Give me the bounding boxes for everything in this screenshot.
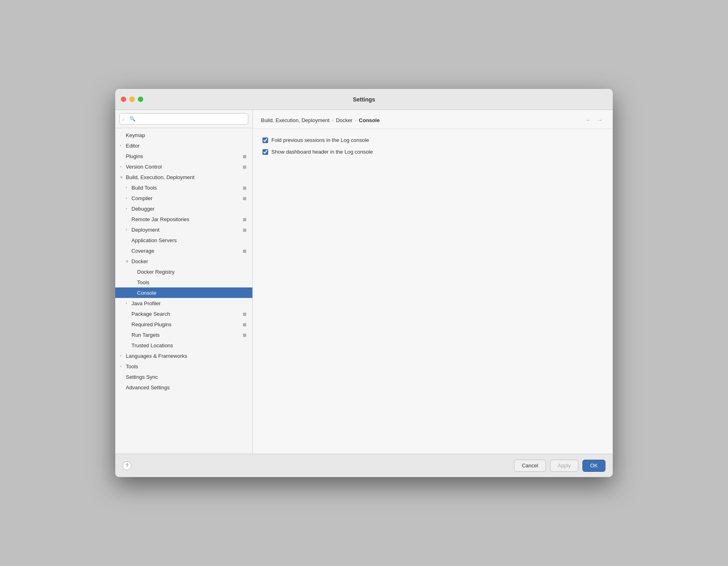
breadcrumb-segment-3: Console: [359, 117, 379, 123]
sidebar-item-label: Required Plugins: [131, 321, 241, 327]
sidebar-item-label: Tools: [126, 363, 248, 370]
bottom-left: ?: [123, 461, 131, 470]
arrow-icon: ›: [126, 196, 131, 200]
sidebar-item-label: Trusted Locations: [131, 342, 248, 348]
sidebar-item-run-targets[interactable]: Run Targets ▦: [115, 329, 252, 340]
sidebar-item-keymap[interactable]: Keymap: [115, 130, 252, 140]
sidebar-item-label: Remote Jar Repositories: [131, 216, 241, 222]
sidebar-item-label: Deployment: [131, 227, 241, 233]
sidebar-item-application-servers[interactable]: Application Servers: [115, 235, 252, 245]
panel-content: Fold previous sessions in the Log consol…: [253, 129, 613, 454]
sidebar-item-label: Run Targets: [131, 332, 241, 338]
checkbox-row-2: Show dashboard header in the Log console: [262, 149, 603, 155]
sidebar-item-label: Keymap: [126, 132, 248, 138]
grid-icon: ▦: [241, 185, 248, 190]
titlebar: Settings: [115, 89, 613, 110]
arrow-icon: ›: [120, 364, 126, 368]
grid-icon: ▦: [241, 321, 248, 327]
breadcrumb: Build, Execution, Deployment › Docker › …: [261, 117, 380, 123]
arrow-icon: ›: [120, 354, 126, 358]
arrow-icon: ›: [126, 301, 131, 305]
breadcrumb-segment-2: Docker: [336, 117, 352, 123]
sidebar-item-label: Tools: [137, 279, 248, 285]
fold-sessions-label: Fold previous sessions in the Log consol…: [271, 137, 369, 143]
sidebar-item-docker-tools[interactable]: Tools: [115, 277, 252, 287]
grid-icon: ▦: [241, 153, 248, 159]
sidebar-item-docker[interactable]: ∨ Docker: [115, 256, 252, 266]
breadcrumb-segment-1: Build, Execution, Deployment: [261, 117, 330, 123]
sidebar-item-label: Version Control: [126, 164, 241, 170]
sidebar-item-package-search[interactable]: Package Search ▦: [115, 308, 252, 319]
sidebar-item-label: Java Profiler: [131, 300, 248, 306]
sidebar-item-label: Editor: [126, 143, 248, 149]
grid-icon: ▦: [241, 195, 248, 201]
sidebar: ⌕ Keymap › Editor Plugins: [115, 110, 253, 454]
close-button[interactable]: [121, 97, 126, 102]
nav-arrows: ← →: [584, 116, 605, 125]
sidebar-item-compiler[interactable]: › Compiler ▦: [115, 193, 252, 203]
breadcrumb-sep-1: ›: [332, 118, 334, 122]
fold-sessions-checkbox[interactable]: [262, 137, 268, 143]
sidebar-item-java-profiler[interactable]: › Java Profiler: [115, 298, 252, 308]
sidebar-item-label: Package Search: [131, 311, 241, 317]
checkbox-row-1: Fold previous sessions in the Log consol…: [262, 137, 603, 143]
apply-button[interactable]: Apply: [550, 460, 579, 472]
arrow-icon: ›: [126, 228, 131, 232]
sidebar-item-advanced-settings[interactable]: Advanced Settings: [115, 382, 252, 393]
sidebar-item-required-plugins[interactable]: Required Plugins ▦: [115, 319, 252, 329]
sidebar-item-trusted-locations[interactable]: Trusted Locations: [115, 340, 252, 351]
sidebar-item-build-execution-deployment[interactable]: ∨ Build, Execution, Deployment: [115, 172, 252, 182]
nav-back-button[interactable]: ←: [584, 116, 593, 125]
search-wrapper: ⌕: [119, 113, 248, 125]
nav-forward-button[interactable]: →: [595, 116, 605, 125]
sidebar-item-label: Application Servers: [131, 237, 248, 243]
sidebar-item-docker-registry[interactable]: Docker Registry: [115, 266, 252, 277]
sidebar-item-console[interactable]: Console: [115, 287, 252, 298]
bottom-bar: ? Cancel Apply OK: [115, 454, 613, 477]
cancel-button[interactable]: Cancel: [514, 460, 546, 472]
settings-dialog: Settings ⌕ Keymap › Editor: [115, 89, 613, 477]
sidebar-item-label: Compiler: [131, 195, 241, 201]
sidebar-item-build-tools[interactable]: › Build Tools ▦: [115, 182, 252, 193]
main-panel: Build, Execution, Deployment › Docker › …: [253, 110, 613, 454]
ok-button[interactable]: OK: [582, 460, 605, 472]
sidebar-item-label: Debugger: [131, 206, 248, 212]
search-icon: ⌕: [122, 116, 125, 121]
arrow-icon: ∨: [120, 175, 126, 179]
sidebar-item-plugins[interactable]: Plugins ▦: [115, 151, 252, 161]
sidebar-item-label: Docker Registry: [137, 269, 248, 275]
maximize-button[interactable]: [138, 97, 143, 102]
search-input[interactable]: [119, 113, 248, 125]
grid-icon: ▦: [241, 164, 248, 169]
arrow-icon: ›: [126, 186, 131, 190]
minimize-button[interactable]: [129, 97, 135, 102]
grid-icon: ▦: [241, 227, 248, 232]
sidebar-item-coverage[interactable]: Coverage ▦: [115, 245, 252, 256]
sidebar-item-editor[interactable]: › Editor: [115, 140, 252, 151]
sidebar-item-deployment[interactable]: › Deployment ▦: [115, 224, 252, 235]
bottom-right: Cancel Apply OK: [514, 460, 605, 472]
sidebar-item-version-control[interactable]: › Version Control ▦: [115, 161, 252, 172]
sidebar-list: Keymap › Editor Plugins ▦ › Version Cont…: [115, 128, 252, 454]
sidebar-item-label: Advanced Settings: [126, 384, 248, 391]
grid-icon: ▦: [241, 248, 248, 253]
breadcrumb-bar: Build, Execution, Deployment › Docker › …: [253, 110, 613, 129]
sidebar-item-label: Plugins: [126, 153, 241, 159]
sidebar-item-label: Docker: [131, 258, 248, 264]
sidebar-item-label: Languages & Frameworks: [126, 353, 248, 359]
sidebar-item-remote-jar-repositories[interactable]: Remote Jar Repositories ▦: [115, 214, 252, 224]
sidebar-item-languages-frameworks[interactable]: › Languages & Frameworks: [115, 351, 252, 361]
sidebar-item-tools-top[interactable]: › Tools: [115, 361, 252, 372]
grid-icon: ▦: [241, 311, 248, 317]
sidebar-item-settings-sync[interactable]: Settings Sync: [115, 372, 252, 382]
help-button[interactable]: ?: [123, 461, 131, 470]
sidebar-item-label: Build, Execution, Deployment: [126, 174, 248, 180]
sidebar-item-label: Coverage: [131, 248, 241, 254]
grid-icon: ▦: [241, 332, 248, 338]
sidebar-item-debugger[interactable]: › Debugger: [115, 203, 252, 214]
arrow-icon: ›: [126, 207, 131, 211]
arrow-icon: ›: [120, 144, 126, 148]
sidebar-item-label: Build Tools: [131, 185, 241, 191]
show-dashboard-checkbox[interactable]: [262, 149, 268, 155]
show-dashboard-label: Show dashboard header in the Log console: [271, 149, 373, 155]
